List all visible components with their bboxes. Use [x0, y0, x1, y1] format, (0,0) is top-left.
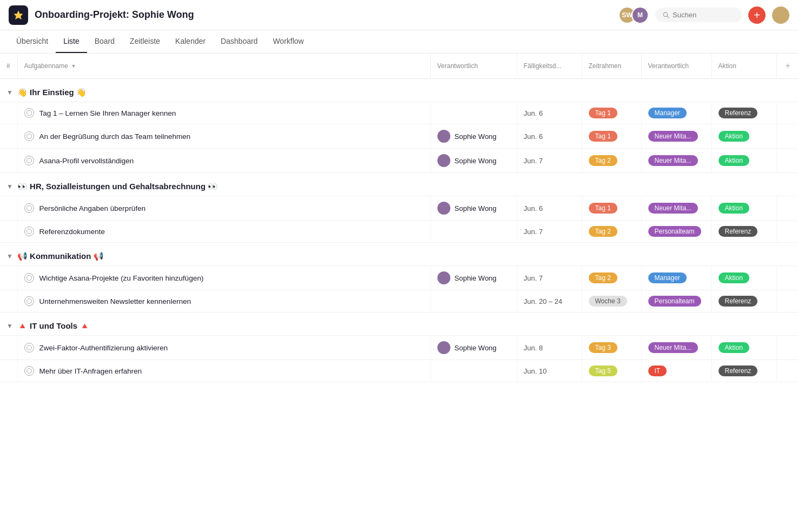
section-chevron-3[interactable]: ▼	[6, 252, 13, 260]
user-avatar[interactable]	[772, 6, 789, 24]
verantwortlich-cell: Neuer Mita...	[641, 149, 711, 173]
task-check-icon[interactable]	[24, 227, 34, 236]
task-name-cell[interactable]: Unternehmensweiten Newsletter kennenlern…	[17, 290, 430, 312]
zeitrahmen-cell: Tag 1	[582, 102, 641, 124]
task-name-label: An der Begrüßung durch das Team teilnehm…	[39, 132, 191, 141]
zeitrahmen-cell: Tag 1	[582, 124, 641, 149]
tab-liste[interactable]: Liste	[56, 30, 87, 53]
date-cell: Jun. 7	[517, 149, 582, 173]
search-input[interactable]	[673, 11, 734, 19]
avatar-2[interactable]: M	[631, 6, 649, 24]
avatar	[437, 130, 450, 143]
tab-zeitleiste[interactable]: Zeitleiste	[122, 30, 168, 53]
avatar	[437, 154, 450, 167]
tab-workflow[interactable]: Workflow	[265, 30, 311, 53]
avatar-group: SW M	[619, 6, 649, 24]
table-row: Unternehmensweiten Newsletter kennenlern…	[0, 290, 798, 312]
date-cell: Jun. 6	[517, 124, 582, 149]
task-check-icon[interactable]	[24, 108, 34, 118]
section-title-1: 👋 Ihr Einstieg 👋	[17, 88, 87, 97]
task-check-icon[interactable]	[24, 156, 34, 165]
search-bar[interactable]	[655, 8, 742, 22]
aktion-cell: Aktion	[711, 336, 776, 360]
table-header-row: # Aufgabenname ▾ Verantwortlich Fälligke…	[0, 54, 798, 79]
add-column-button[interactable]: +	[783, 59, 793, 73]
table-row: Zwei-Faktor-Authentifizierung aktivieren…	[0, 336, 798, 360]
section-title-4: 🔺 IT und Tools 🔺	[17, 321, 90, 331]
task-name-cell[interactable]: Referenzdokumente	[17, 221, 430, 243]
section-chevron-1[interactable]: ▼	[6, 89, 13, 96]
assignee-name: Sophie Wong	[455, 204, 497, 212]
assignee-cell: Sophie Wong	[430, 266, 517, 290]
add-button[interactable]: +	[748, 6, 766, 24]
task-check-icon[interactable]	[24, 343, 34, 353]
task-num	[0, 290, 17, 312]
date-cell: Jun. 10	[517, 360, 582, 382]
date-cell: Jun. 8	[517, 336, 582, 360]
task-check-icon[interactable]	[24, 131, 34, 141]
tab-board[interactable]: Board	[87, 30, 122, 53]
task-check-icon[interactable]	[24, 203, 34, 213]
svg-line-2	[667, 16, 669, 17]
nav-tabs: Übersicht Liste Board Zeitleiste Kalende…	[0, 30, 798, 54]
task-check-icon[interactable]	[24, 366, 34, 376]
table-row: Wichtige Asana-Projekte (zu Favoriten hi…	[0, 266, 798, 290]
task-name-cell[interactable]: Asana-Profil vervollständigen	[17, 149, 430, 173]
task-name-cell[interactable]: An der Begrüßung durch das Team teilnehm…	[17, 124, 430, 149]
aktion-cell: Aktion	[711, 266, 776, 290]
section-chevron-2[interactable]: ▼	[6, 183, 13, 190]
svg-point-8	[26, 276, 31, 281]
verantwortlich-cell: Personalteam	[641, 221, 711, 243]
col-header-add[interactable]: +	[776, 54, 798, 79]
svg-marker-0	[14, 11, 23, 19]
header-actions: SW M +	[619, 6, 789, 24]
assignee-cell: Sophie Wong	[430, 196, 517, 221]
assignee-cell: Sophie Wong	[430, 149, 517, 173]
date-cell: Jun. 6	[517, 102, 582, 124]
zeitrahmen-cell: Tag 5	[582, 360, 641, 382]
svg-point-4	[26, 134, 31, 139]
task-name-label: Referenzdokumente	[39, 228, 105, 236]
section-chevron-4[interactable]: ▼	[6, 322, 13, 330]
assignee-cell	[430, 221, 517, 243]
task-name-label: Zwei-Faktor-Authentifizierung aktivieren	[39, 344, 168, 352]
task-name-label: Persönliche Angaben überprüfen	[39, 204, 146, 212]
col-name-dropdown-icon[interactable]: ▾	[72, 62, 75, 70]
table-row: Tag 1 – Lernen Sie Ihren Manager kennen …	[0, 102, 798, 124]
task-name-cell[interactable]: Persönliche Angaben überprüfen	[17, 196, 430, 221]
verantwortlich-cell: Neuer Mita...	[641, 196, 711, 221]
page-title: Onboarding-Projekt: Sophie Wong	[35, 9, 619, 21]
assignee-name: Sophie Wong	[455, 274, 497, 282]
task-num	[0, 221, 17, 243]
task-num	[0, 266, 17, 290]
verantwortlich-cell: Personalteam	[641, 290, 711, 312]
col-header-verantwortlich2: Verantwortlich	[641, 54, 711, 79]
task-name-cell[interactable]: Mehr über IT-Anfragen erfahren	[17, 360, 430, 382]
section-header-hr: ▼ 👀 HR, Sozialleistungen und Gehaltsabre…	[0, 173, 798, 196]
section-title-3: 📢 Kommunikation 📢	[17, 251, 104, 261]
task-name-cell[interactable]: Tag 1 – Lernen Sie Ihren Manager kennen	[17, 102, 430, 124]
table-row: Referenzdokumente Jun. 7 Tag 2 Personalt…	[0, 221, 798, 243]
task-name-cell[interactable]: Wichtige Asana-Projekte (zu Favoriten hi…	[17, 266, 430, 290]
section-header-ihr-einstieg: ▼ 👋 Ihr Einstieg 👋	[0, 79, 798, 102]
tab-dashboard[interactable]: Dashboard	[213, 30, 265, 53]
svg-point-11	[26, 369, 31, 374]
assignee-cell: Sophie Wong	[430, 336, 517, 360]
task-name-label: Wichtige Asana-Projekte (zu Favoriten hi…	[39, 274, 204, 282]
task-check-icon[interactable]	[24, 273, 34, 283]
task-name-label: Unternehmensweiten Newsletter kennenlern…	[39, 297, 191, 305]
tab-kalender[interactable]: Kalender	[168, 30, 213, 53]
assignee-cell	[430, 102, 517, 124]
task-num	[0, 336, 17, 360]
task-name-cell[interactable]: Zwei-Faktor-Authentifizierung aktivieren	[17, 336, 430, 360]
tab-uebersicht[interactable]: Übersicht	[9, 30, 56, 53]
task-num	[0, 124, 17, 149]
section-title-2: 👀 HR, Sozialleistungen und Gehaltsabrech…	[17, 182, 218, 191]
assignee-name: Sophie Wong	[455, 344, 497, 352]
task-name-label: Asana-Profil vervollständigen	[39, 157, 134, 165]
assignee-cell	[430, 360, 517, 382]
col-header-aktion: Aktion	[711, 54, 776, 79]
task-check-icon[interactable]	[24, 296, 34, 306]
verantwortlich-cell: Neuer Mita...	[641, 124, 711, 149]
table-row: Persönliche Angaben überprüfen Sophie Wo…	[0, 196, 798, 221]
